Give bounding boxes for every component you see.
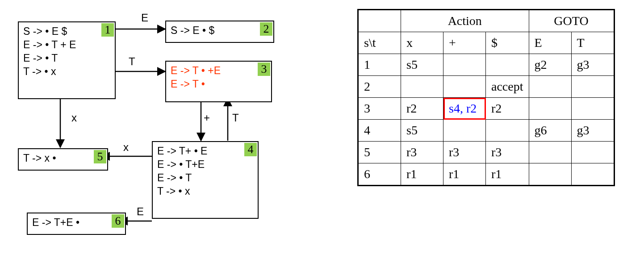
state-6-badge: 6	[112, 214, 124, 228]
parse-table-col-dollar: $	[486, 32, 529, 54]
row-2-plus	[443, 76, 486, 98]
state-5-badge: 5	[94, 150, 106, 163]
parse-table-col-E: E	[529, 32, 571, 54]
edge-label-T-4-3: T	[232, 112, 239, 124]
row-4-dollar	[486, 120, 529, 142]
row-5-state: 5	[358, 142, 401, 163]
row-1-x: s5	[401, 54, 443, 76]
row-3-dollar: r2	[486, 98, 529, 120]
state-4-item-3: T -> • x	[157, 185, 253, 198]
table-row: 2 accept	[358, 76, 615, 98]
parse-table: Action GOTO s\t x + $ E T 1 s5 g2 g3 2 a…	[357, 9, 615, 186]
row-3-x: r2	[401, 98, 443, 120]
state-4-badge: 4	[244, 143, 257, 156]
row-5-plus: r3	[443, 142, 486, 163]
table-row: 3 r2 s4, r2 r2	[358, 98, 615, 120]
row-3-plus-conflict: s4, r2	[443, 98, 486, 120]
table-row: 5 r3 r3 r3	[358, 142, 615, 163]
row-4-E: g6	[529, 120, 571, 142]
row-3-state: 3	[358, 98, 401, 120]
table-row: 4 s5 g6 g3	[358, 120, 615, 142]
state-6-item-0: E -> T+E •	[32, 216, 121, 230]
row-5-dollar: r3	[486, 142, 529, 163]
state-5-item-0: T -> x •	[23, 152, 103, 165]
row-1-E: g2	[529, 54, 571, 76]
state-1-badge: 1	[101, 23, 114, 37]
state-1-item-0: S -> • E $	[23, 25, 110, 38]
edge-label-x-1-5: x	[71, 112, 77, 124]
row-3-E	[529, 98, 571, 120]
row-1-dollar	[486, 54, 529, 76]
state-2-item-0: S -> E • $	[171, 24, 269, 38]
row-2-E	[529, 76, 571, 98]
state-1-item-2: E -> • T	[23, 52, 110, 65]
row-1-T: g3	[571, 54, 614, 76]
row-2-dollar: accept	[486, 76, 529, 98]
row-4-T: g3	[571, 120, 614, 142]
state-2: S -> E • $ 2	[165, 21, 274, 43]
row-4-state: 4	[358, 120, 401, 142]
state-1-item-1: E -> • T + E	[23, 38, 110, 52]
edge-label-plus-3-4: +	[204, 112, 210, 124]
row-6-dollar: r1	[486, 163, 529, 186]
row-2-state: 2	[358, 76, 401, 98]
state-4-item-2: E -> • T	[157, 171, 253, 185]
row-2-T	[571, 76, 614, 98]
row-2-x	[401, 76, 443, 98]
state-3-badge: 3	[258, 63, 270, 76]
state-3-item-0: E -> T • +E	[171, 64, 267, 78]
row-3-T	[571, 98, 614, 120]
lr-state-diagram: E T x x + T E S -> • E $ E -> • T + E E …	[9, 9, 304, 259]
table-row: 1 s5 g2 g3	[358, 54, 615, 76]
row-6-E	[529, 163, 571, 186]
state-1-item-3: T -> • x	[23, 65, 110, 79]
state-2-badge: 2	[260, 22, 272, 36]
row-1-state: 1	[358, 54, 401, 76]
row-6-plus: r1	[443, 163, 486, 186]
row-6-state: 6	[358, 163, 401, 186]
parse-table-col-x: x	[401, 32, 443, 54]
parse-table-col-T: T	[571, 32, 614, 54]
parse-table-header-goto: GOTO	[529, 10, 614, 32]
state-3-item-1: E -> T •	[171, 78, 267, 91]
parse-table-header-action: Action	[401, 10, 529, 32]
edge-label-x-4-5: x	[123, 141, 129, 154]
parse-table-corner-blank	[358, 10, 401, 32]
table-row: 6 r1 r1 r1	[358, 163, 615, 186]
row-5-T	[571, 142, 614, 163]
state-1: S -> • E $ E -> • T + E E -> • T T -> • …	[18, 21, 116, 99]
row-5-x: r3	[401, 142, 443, 163]
row-6-T	[571, 163, 614, 186]
row-4-x: s5	[401, 120, 443, 142]
state-4-item-0: E -> T+ • E	[157, 145, 253, 158]
parse-table-corner: s\t	[358, 32, 401, 54]
row-4-plus	[443, 120, 486, 142]
row-6-x: r1	[401, 163, 443, 186]
state-6: E -> T+E • 6	[27, 213, 126, 235]
parse-table-col-plus: +	[443, 32, 486, 54]
state-5: T -> x • 5	[18, 148, 108, 171]
edge-label-T-1-3: T	[129, 55, 135, 68]
state-4: E -> T+ • E E -> • T+E E -> • T T -> • x…	[152, 141, 259, 219]
state-4-item-1: E -> • T+E	[157, 158, 253, 171]
state-3: E -> T • +E E -> T • 3	[165, 61, 272, 102]
row-5-E	[529, 142, 571, 163]
edge-label-E-1-2: E	[141, 12, 148, 24]
edge-label-E-4-6: E	[137, 205, 144, 218]
row-1-plus	[443, 54, 486, 76]
